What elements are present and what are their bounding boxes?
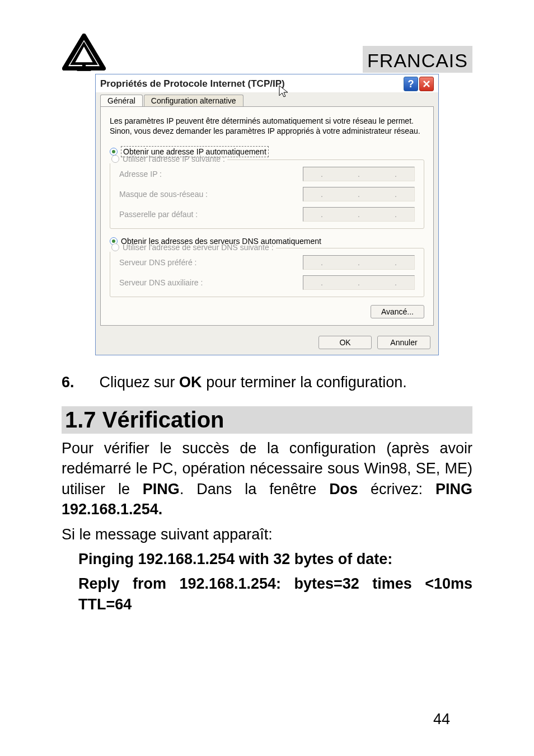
cancel-button[interactable]: Annuler [377, 336, 430, 349]
language-banner: FRANCAIS [363, 46, 472, 73]
tcpip-properties-dialog: Propriétés de Protocole Internet (TCP/IP… [95, 74, 439, 355]
section-heading: 1.7 Vérification [62, 406, 472, 434]
radio-ip-manual[interactable]: Utiliser l'adresse IP suivante : [109, 154, 227, 163]
step-number: 6. [62, 374, 74, 391]
ping-output-2: Reply from 192.168.1.254: bytes=32 times… [78, 574, 472, 614]
svg-rect-4 [77, 68, 91, 71]
subnet-mask-label: Masque de sous-réseau : [119, 190, 208, 199]
help-button[interactable]: ? [404, 77, 418, 91]
section-paragraph-1: Pour vérifier le succès de la configurat… [62, 438, 472, 520]
tab-general[interactable]: Général [100, 95, 143, 106]
advanced-button[interactable]: Avancé... [371, 305, 424, 318]
ip-address-label: Adresse IP : [119, 170, 162, 179]
ip-fieldset: Utiliser l'adresse IP suivante : Adresse… [110, 159, 424, 229]
tab-alt-config[interactable]: Configuration alternative [144, 95, 243, 106]
page-number: 44 [433, 711, 450, 728]
radio-unselected-icon [111, 243, 119, 251]
radio-unselected-icon [111, 155, 119, 163]
gateway-input: ... [303, 207, 415, 222]
dns-preferred-input: ... [303, 255, 415, 270]
ping-output-1: Pinging 192.168.1.254 with 32 bytes of d… [78, 549, 472, 569]
dialog-description: Les paramètres IP peuvent être déterminé… [110, 116, 424, 136]
radio-dns-manual-label: Utiliser l'adresse de serveur DNS suivan… [123, 243, 274, 252]
close-button[interactable] [419, 77, 434, 91]
dns-fieldset: Utiliser l'adresse de serveur DNS suivan… [110, 248, 424, 297]
gateway-label: Passerelle par défaut : [119, 210, 198, 219]
cursor-icon [278, 84, 290, 100]
dns-aux-input: ... [303, 275, 415, 290]
dns-preferred-label: Serveur DNS préféré : [119, 258, 197, 267]
dns-aux-label: Serveur DNS auxiliaire : [119, 278, 203, 287]
brand-logo-icon [62, 34, 106, 73]
section-paragraph-2: Si le message suivant apparaît: [62, 524, 472, 544]
dialog-title: Propriétés de Protocole Internet (TCP/IP… [100, 78, 404, 90]
radio-dns-manual[interactable]: Utiliser l'adresse de serveur DNS suivan… [109, 243, 276, 252]
subnet-mask-input: ... [303, 187, 415, 201]
ok-button[interactable]: OK [318, 336, 372, 349]
step-6: 6. Cliquez sur OK pour terminer la confi… [62, 372, 472, 392]
language-label: FRANCAIS [367, 50, 468, 72]
ip-address-input: ... [303, 167, 415, 181]
radio-ip-manual-label: Utiliser l'adresse IP suivante : [123, 154, 225, 163]
